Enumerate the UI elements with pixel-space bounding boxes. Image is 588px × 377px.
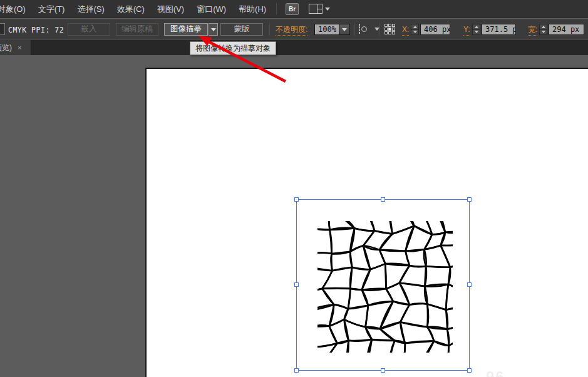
y-stepper[interactable] <box>472 24 480 35</box>
document-tab-label: 预览) <box>0 43 12 53</box>
bridge-icon[interactable]: Br <box>286 3 299 15</box>
opacity-label[interactable]: 不透明度: <box>276 25 307 36</box>
opacity-value[interactable]: 100% <box>314 24 339 35</box>
mask-button[interactable]: 蒙版 <box>220 23 263 36</box>
controlbar-divider <box>354 23 355 36</box>
menubar-divider <box>276 3 277 14</box>
chevron-down-icon <box>342 28 347 31</box>
x-field[interactable]: 406 px <box>420 24 450 35</box>
menu-select[interactable]: 选择(S) <box>71 0 110 18</box>
opacity-dropdown[interactable] <box>339 24 350 35</box>
menu-object[interactable]: 对象(O) <box>0 0 32 18</box>
document-tab[interactable]: 预览) × <box>0 40 31 55</box>
y-label[interactable]: Y: <box>463 25 470 36</box>
selection-handle[interactable] <box>467 368 472 373</box>
watermark: 96 <box>486 368 505 377</box>
embed-button[interactable]: 嵌入 <box>68 23 110 36</box>
edit-original-button[interactable]: 编辑原稿 <box>116 23 158 36</box>
linked-image-icon <box>0 23 5 35</box>
menu-effect[interactable]: 效果(C) <box>111 0 151 18</box>
close-icon[interactable]: × <box>18 44 21 51</box>
width-stepper[interactable] <box>539 24 547 35</box>
menu-view[interactable]: 视图(V) <box>151 0 190 18</box>
style-dropdown-icon[interactable] <box>374 28 379 31</box>
width-label[interactable]: 宽: <box>528 25 537 36</box>
menu-type[interactable]: 文字(T) <box>32 0 71 18</box>
chevron-down-icon <box>211 28 216 31</box>
selection-bounding-box[interactable] <box>296 199 470 371</box>
reference-point-icon[interactable] <box>384 24 397 36</box>
x-stepper[interactable] <box>411 24 419 35</box>
control-bar: CMYK PPI: 72 嵌入 编辑原稿 图像描摹 蒙版 不透明度: 100% … <box>0 19 588 39</box>
selection-handle[interactable] <box>381 368 385 373</box>
controlbar-divider <box>379 23 380 36</box>
document-color-info: CMYK PPI: 72 <box>8 26 64 34</box>
selection-handle[interactable] <box>467 197 472 202</box>
selection-handle[interactable] <box>294 197 299 202</box>
menu-window[interactable]: 窗口(W) <box>190 0 232 18</box>
x-label[interactable]: X: <box>402 25 409 36</box>
selection-handle[interactable] <box>294 368 299 373</box>
document-tab-bar: 预览) × <box>0 40 588 55</box>
illustrator-window: 对象(O) 文字(T) 选择(S) 效果(C) 视图(V) 窗口(W) 帮助(H… <box>0 0 588 377</box>
menu-bar: 对象(O) 文字(T) 选择(S) 效果(C) 视图(V) 窗口(W) 帮助(H… <box>0 0 588 18</box>
controlbar-divider <box>269 23 270 36</box>
selection-handle[interactable] <box>381 197 385 202</box>
workspace-layout-icon <box>309 4 322 14</box>
menu-help[interactable]: 帮助(H) <box>232 0 272 18</box>
workspace-switcher[interactable] <box>309 4 330 14</box>
graphic-style-icon[interactable] <box>359 24 360 34</box>
selection-handle[interactable] <box>294 282 299 287</box>
width-field[interactable]: 294 px <box>549 24 584 35</box>
image-trace-dropdown[interactable] <box>209 23 218 36</box>
image-trace-button[interactable]: 图像描摹 <box>164 23 208 36</box>
y-field[interactable]: 371.5 px <box>482 24 516 35</box>
chevron-down-icon <box>325 8 330 11</box>
tooltip: 将图像转换为描摹对象 <box>190 41 276 55</box>
selection-handle[interactable] <box>467 282 472 287</box>
